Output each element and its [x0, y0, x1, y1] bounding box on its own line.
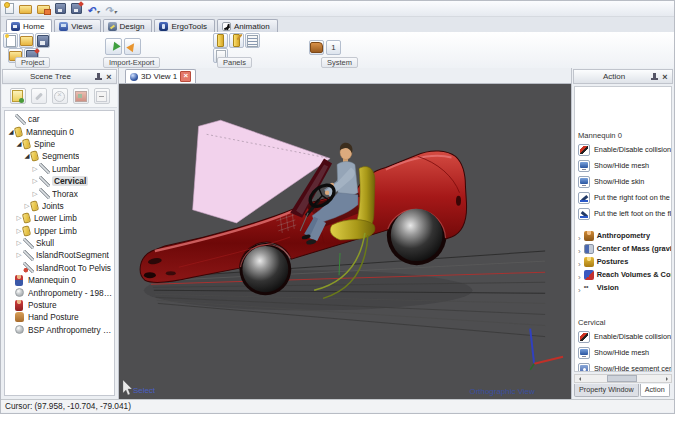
folder-open-button[interactable] — [19, 33, 34, 48]
sphere-icon — [15, 288, 24, 297]
tree-delete-icon — [54, 91, 65, 102]
panel-list-button[interactable] — [245, 33, 260, 48]
put-the-right-foot-on-the-floor-mannequin-button[interactable]: Put the right foot on the floor (Mannequ… — [578, 191, 671, 204]
tree-edit-button[interactable] — [31, 88, 47, 104]
pin-icon[interactable] — [95, 73, 102, 81]
postures-icon — [584, 257, 594, 267]
vision-item[interactable]: Vision — [578, 281, 671, 294]
tab-home[interactable]: Home — [6, 19, 52, 32]
group-label-system[interactable]: System — [321, 57, 358, 68]
tree-item-mannequin-0[interactable]: Mannequin 0 — [5, 125, 114, 137]
dropdown-caret-icon[interactable] — [96, 0, 99, 18]
tree-item-lower-limb[interactable]: Lower Limb — [5, 212, 114, 224]
tree-item-cervical[interactable]: Cervical — [5, 175, 114, 187]
qat-open-button[interactable] — [19, 3, 32, 14]
tab-design[interactable]: Design — [103, 19, 153, 32]
3d-scene[interactable]: Select Orthographic View — [119, 84, 571, 399]
tree-item-mannequin-0[interactable]: Mannequin 0 — [5, 274, 114, 286]
enable-disable-collision-for-mesh-button[interactable]: Enable/Disable collision for mesh — [578, 330, 671, 343]
enable-disable-collision-for-mesh-button[interactable]: Enable/Disable collision for mesh — [578, 143, 671, 156]
tab-views[interactable]: Views — [54, 19, 100, 32]
show-hide-mesh-button[interactable]: Show/Hide mesh — [578, 346, 671, 359]
scroll-left-icon[interactable] — [575, 375, 584, 382]
expander-icon[interactable] — [15, 251, 23, 259]
tree-item-posture[interactable]: Posture — [5, 299, 114, 311]
group-label-import-export[interactable]: Import-Export — [103, 57, 160, 68]
show-hide-segment-center-of-mass-button[interactable]: Show/Hide segment center of mass — [578, 362, 671, 372]
tree-new-button[interactable] — [10, 88, 26, 104]
tab-ergotools[interactable]: ErgoTools — [154, 19, 215, 32]
dropdown-caret-icon[interactable] — [114, 0, 117, 18]
tree-item-islandroot-to-pelvis[interactable]: IslandRoot To Pelvis — [5, 262, 114, 274]
tree-item-skull[interactable]: Skull — [5, 237, 114, 249]
redo-icon — [104, 0, 112, 18]
reach-volumes-comfort-item[interactable]: Reach Volumes & Comfort — [578, 268, 671, 281]
page-new-button[interactable] — [3, 33, 18, 48]
tree-item-anthropometry-1988-us-army[interactable]: Anthropometry - 1988 US Army — [5, 286, 114, 298]
tree-delete-button[interactable] — [52, 88, 68, 104]
tree-home-button[interactable] — [73, 88, 89, 104]
qat-new-button[interactable] — [5, 3, 14, 14]
mesh-icon — [578, 347, 590, 359]
show-hide-mesh-button[interactable]: Show/Hide mesh — [578, 159, 671, 172]
save-button[interactable] — [35, 33, 50, 48]
show-hide-skin-button[interactable]: Show/Hide skin — [578, 175, 671, 188]
qat-save-as-button[interactable] — [71, 3, 82, 14]
tab-animation[interactable]: Animation — [217, 19, 278, 32]
com-icon — [584, 244, 594, 254]
expander-icon[interactable] — [31, 190, 39, 198]
tree-item-joints[interactable]: Joints — [5, 200, 114, 212]
tab-property-window[interactable]: Property Window — [574, 384, 639, 397]
tree-item-car[interactable]: car — [5, 113, 114, 125]
panel-list-icon — [247, 35, 258, 47]
qat-undo-button[interactable] — [87, 0, 99, 18]
expander-icon[interactable] — [31, 177, 39, 185]
tree-collapse-button[interactable] — [94, 88, 110, 104]
horizontal-scrollbar[interactable] — [574, 374, 672, 383]
qat-folder-mail-button[interactable] — [37, 3, 50, 14]
anthropometry-item[interactable]: Anthropometry — [578, 229, 671, 242]
close-tab-icon[interactable]: × — [180, 71, 191, 82]
postures-item[interactable]: Postures — [578, 255, 671, 268]
collision-icon — [578, 144, 590, 156]
qat-save-button[interactable] — [55, 3, 66, 14]
expander-icon[interactable] — [15, 239, 23, 247]
tree-item-spine[interactable]: Spine — [5, 138, 114, 150]
put-the-left-foot-on-the-floor-mannequin-0-button[interactable]: Put the left foot on the floor (Mannequi… — [578, 207, 671, 220]
tree-item-lumbar[interactable]: Lumbar — [5, 163, 114, 175]
tab-3d-view-1[interactable]: 3D View 1 × — [125, 69, 196, 83]
tree-item-segments[interactable]: Segments — [5, 150, 114, 162]
tree-item-bsp-anthropometry-bsp-mcconville[interactable]: BSP Anthropometry - BSP McConville... — [5, 324, 114, 336]
tab-action[interactable]: Action — [640, 384, 670, 397]
export-orange-button[interactable] — [124, 38, 141, 55]
segment-icon — [39, 176, 50, 187]
system-1-button[interactable]: 1 — [326, 40, 341, 55]
scrollbar-thumb[interactable] — [607, 375, 637, 382]
close-icon[interactable]: × — [661, 73, 669, 81]
group-label-panels[interactable]: Panels — [217, 57, 252, 68]
close-icon[interactable]: × — [105, 73, 113, 81]
folder-open-icon — [20, 36, 33, 46]
center-of-mass-gravity-item[interactable]: Center of Mass (gravity) — [578, 242, 671, 255]
system-tool-button[interactable] — [309, 40, 324, 55]
tree-home-icon — [75, 91, 87, 102]
viewport-3d[interactable]: Select Orthographic View — [119, 84, 571, 399]
ribbon-group-system: 1System — [309, 33, 341, 70]
panel-bar-button[interactable] — [213, 33, 228, 48]
scrollbar-track[interactable] — [584, 375, 662, 382]
pin-icon[interactable] — [651, 73, 658, 81]
tree-item-thorax[interactable]: Thorax — [5, 187, 114, 199]
ribbon-tab-bar: HomeViewsDesignErgoToolsAnimation — [1, 17, 674, 32]
tree-item-islandrootsegment[interactable]: IslandRootSegment — [5, 249, 114, 261]
undo-icon — [87, 0, 95, 18]
panel-edit-button[interactable] — [229, 33, 244, 48]
import-green-button[interactable] — [105, 38, 122, 55]
tree-item-hand-posture[interactable]: Hand Posture — [5, 311, 114, 323]
tree-item-upper-limb[interactable]: Upper Limb — [5, 225, 114, 237]
group-label-project[interactable]: Project — [15, 57, 50, 68]
scroll-right-icon[interactable] — [662, 375, 671, 382]
expander-icon[interactable] — [31, 165, 39, 173]
qat-redo-button[interactable] — [104, 0, 116, 18]
body-yellow-icon — [22, 138, 31, 149]
action-panel-titlebar: Action × — [573, 69, 673, 84]
